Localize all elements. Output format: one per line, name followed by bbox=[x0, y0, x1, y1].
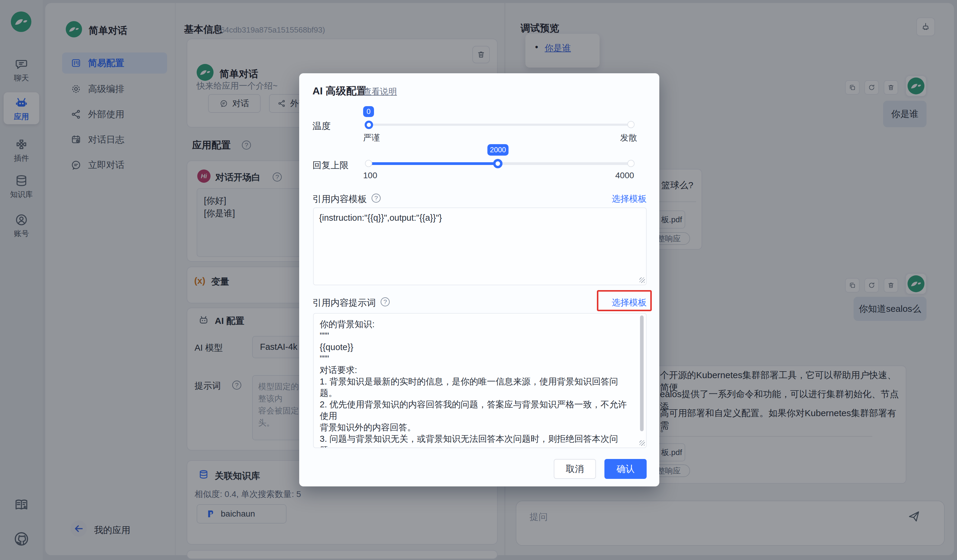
ai-advanced-config-modal: AI 高级配置 查看说明 温度 0 严谨 发散 回复上限 2000 100 40… bbox=[299, 73, 659, 486]
doc-link[interactable]: 查看说明 bbox=[363, 86, 397, 98]
temperature-min-label: 严谨 bbox=[363, 132, 380, 144]
temperature-max-label: 发散 bbox=[620, 132, 637, 144]
confirm-button[interactable]: 确认 bbox=[605, 459, 647, 479]
slider-end-dot bbox=[627, 121, 635, 128]
textarea-scrollbar[interactable] bbox=[640, 315, 644, 431]
temperature-slider-handle[interactable] bbox=[365, 121, 373, 129]
quote-prompt-label: 引用内容提示词 bbox=[313, 297, 376, 309]
quote-prompt-value: 你的背景知识: """ {{quote}} """ 对话要求: 1. 背景知识是… bbox=[314, 314, 646, 448]
slider-start-dot bbox=[365, 160, 372, 167]
annotation-highlight-box bbox=[597, 290, 652, 311]
resize-handle[interactable] bbox=[640, 440, 645, 446]
max-tokens-value-badge: 2000 bbox=[487, 144, 509, 156]
quote-template-value: {instruction:"{{q}}",output:"{{a}}"} bbox=[319, 213, 639, 223]
quote-prompt-textarea[interactable]: 你的背景知识: """ {{quote}} """ 对话要求: 1. 背景知识是… bbox=[313, 313, 647, 448]
temperature-slider[interactable] bbox=[369, 124, 632, 126]
slider-end-dot bbox=[627, 160, 635, 167]
resize-handle[interactable] bbox=[640, 278, 645, 283]
help-icon bbox=[371, 194, 381, 203]
max-tokens-label: 回复上限 bbox=[313, 159, 349, 172]
quote-template-select-link[interactable]: 选择模板 bbox=[612, 193, 647, 205]
quote-template-label: 引用内容模板 bbox=[313, 193, 367, 205]
cancel-button[interactable]: 取消 bbox=[554, 459, 596, 479]
temperature-value-badge: 0 bbox=[363, 106, 374, 117]
max-tokens-slider-handle[interactable] bbox=[493, 159, 502, 168]
temperature-label: 温度 bbox=[313, 120, 330, 133]
max-tokens-max-label: 4000 bbox=[615, 171, 634, 180]
modal-title: AI 高级配置 bbox=[313, 84, 366, 98]
help-icon bbox=[381, 297, 390, 306]
max-tokens-min-label: 100 bbox=[363, 171, 377, 180]
